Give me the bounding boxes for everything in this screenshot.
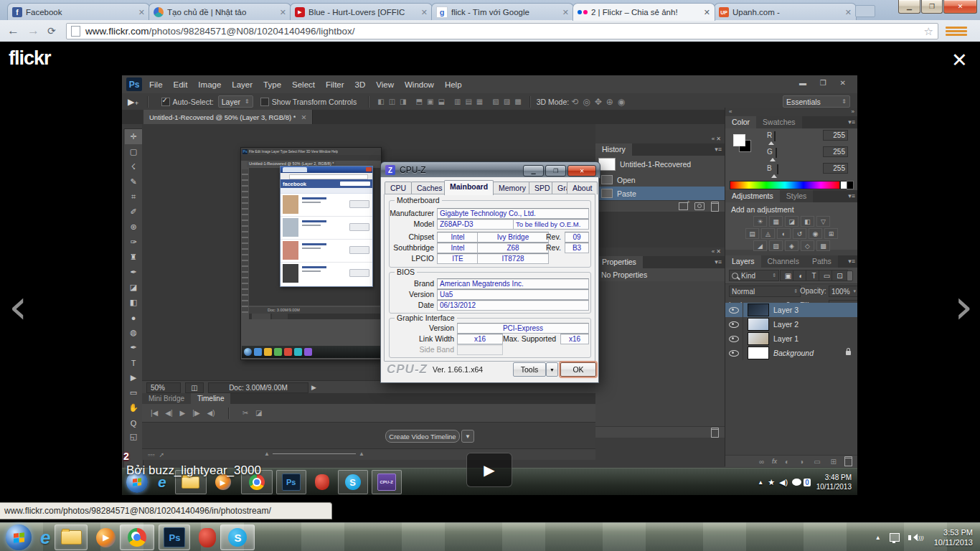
history-step-open[interactable]: Open	[595, 173, 725, 187]
ps-menu-filter[interactable]: Filter	[326, 80, 344, 89]
color-spectrum-bar[interactable]	[730, 181, 840, 189]
distribute-right-icon[interactable]: ▩	[514, 98, 521, 105]
ps-menu-window[interactable]: Window	[405, 80, 434, 89]
panel-menu-icon[interactable]: ▾≡	[848, 258, 855, 265]
layer-group-icon[interactable]: ▭	[814, 458, 820, 466]
cpuz-tab-mainboard[interactable]: Mainboard	[444, 180, 494, 195]
posterize-adjustment-icon[interactable]: ▨	[769, 240, 783, 251]
tray-show-hidden-icon[interactable]: ▲	[875, 534, 881, 541]
move-tool[interactable]: ✛	[125, 129, 142, 144]
layer-mask-icon[interactable]: ◐	[785, 458, 789, 466]
ps-menu-file[interactable]: File	[149, 80, 163, 89]
tab-close-icon[interactable]: ✕	[280, 9, 286, 17]
dodge-tool[interactable]: ◍	[125, 325, 142, 340]
type-tool[interactable]: T	[125, 355, 142, 370]
create-video-timeline-button[interactable]: Create Video Timeline	[385, 430, 460, 443]
styles-tab[interactable]: Styles	[780, 190, 814, 202]
delete-layer-icon[interactable]	[844, 456, 852, 466]
photo-filter-adjustment-icon[interactable]: ↺	[793, 228, 806, 239]
go-first-frame-icon[interactable]: |◀	[151, 409, 158, 417]
audio-mute-icon[interactable]: ◀)	[207, 409, 215, 417]
layers-tab[interactable]: Layers	[725, 255, 761, 268]
hand-tool[interactable]: ✋	[125, 400, 142, 415]
tab-youtube[interactable]: ▶ Blue - Hurt-Lovers [OFFIC ✕	[290, 3, 433, 21]
vibrance-adjustment-icon[interactable]: ▽	[816, 216, 830, 227]
properties-tab[interactable]: Properties	[595, 256, 643, 268]
ok-button[interactable]: OK	[560, 362, 596, 377]
document-size-info[interactable]: Doc: 3.00M/9.00M	[208, 382, 308, 393]
new-layer-icon[interactable]: ⊞	[831, 458, 837, 466]
tab-nhat-tao[interactable]: Tạo chủ đề | Nhật tảo ✕	[149, 3, 291, 21]
history-snapshot-row[interactable]: Untitled-1-Recovered	[595, 156, 725, 173]
align-center-h-icon[interactable]: ◫	[389, 98, 395, 105]
eyedropper-tool[interactable]: ✐	[125, 204, 142, 220]
show-transform-checkbox[interactable]	[260, 98, 269, 106]
channel-mixer-adjustment-icon[interactable]: ◉	[809, 228, 822, 239]
tab-close-icon[interactable]: ✕	[421, 9, 428, 17]
address-bar[interactable]: www.flickr.com /photos/98284571@N08/1020…	[66, 23, 938, 39]
adjustments-tab[interactable]: Adjustments	[725, 190, 780, 202]
hue-adjustment-icon[interactable]: ▤	[745, 228, 759, 239]
timeline-tab[interactable]: Timeline	[191, 393, 230, 404]
cpuz-maximize-button[interactable]: ❐	[545, 165, 566, 176]
taskbar-explorer-icon[interactable]	[55, 524, 88, 550]
auto-select-checkbox[interactable]	[161, 98, 170, 106]
ps-menu-type[interactable]: Type	[263, 80, 281, 89]
align-right-icon[interactable]: ◨	[400, 98, 406, 105]
gradient-tool[interactable]: ◧	[125, 295, 142, 310]
start-button[interactable]	[6, 524, 32, 550]
new-document-from-state-icon[interactable]	[679, 202, 688, 210]
status-flyout-arrow[interactable]: ▶	[311, 384, 316, 391]
ps-document-tab[interactable]: Untitled-1-Recovered @ 50% (Layer 3, RGB…	[143, 110, 313, 124]
zoom-level[interactable]: 50%	[146, 382, 181, 393]
ps-menu-3d[interactable]: 3D	[355, 80, 366, 89]
cpuz-minimize-button[interactable]: ▁	[523, 165, 544, 176]
layer-row-layer2[interactable]: Layer 2	[725, 317, 857, 332]
forward-icon[interactable]: →	[27, 20, 39, 42]
cpuz-tab-memory[interactable]: Memory	[493, 182, 532, 194]
tab-facebook[interactable]: f Facebook ✕	[7, 3, 150, 21]
back-icon[interactable]: ←	[7, 20, 19, 42]
next-photo-arrow[interactable]: ›	[954, 286, 973, 329]
auto-select-target-dropdown[interactable]: Layer⇕	[218, 95, 253, 108]
3d-drag-icon[interactable]: ✥	[595, 97, 602, 107]
marquee-tool[interactable]: ▢	[125, 144, 142, 159]
ps-menu-help[interactable]: Help	[445, 80, 462, 89]
adjustment-layer-icon[interactable]: ◑	[799, 458, 804, 466]
taskbar-ie-icon[interactable]: e	[40, 527, 50, 549]
split-clip-icon[interactable]: ✂	[242, 409, 248, 417]
link-layers-icon[interactable]: ∞	[759, 458, 764, 466]
taskbar-photoshop-icon[interactable]: Ps	[159, 524, 190, 550]
curves-adjustment-icon[interactable]: ◪	[785, 216, 798, 227]
brightness-adjustment-icon[interactable]: ☀	[753, 216, 767, 227]
history-step-paste-selected[interactable]: Paste	[595, 187, 725, 200]
visibility-toggle[interactable]	[725, 317, 743, 331]
bw-adjustment-icon[interactable]: ◐	[777, 228, 791, 239]
color-tab[interactable]: Color	[725, 116, 756, 128]
chrome-menu-button[interactable]	[946, 24, 967, 38]
prev-photo-arrow[interactable]: ‹	[9, 286, 27, 329]
ps-menu-view[interactable]: View	[376, 80, 394, 89]
distribute-mid-icon[interactable]: ▨	[504, 98, 510, 105]
distribute-h-icon[interactable]: ▥	[454, 98, 461, 105]
healing-brush-tool[interactable]: ⊛	[125, 220, 142, 235]
3d-rotate-icon[interactable]: ⟲	[571, 97, 578, 107]
photo-attribution[interactable]: Bởi buzz_lightyear_3000	[126, 463, 261, 478]
flickr-logo[interactable]: flickr	[9, 47, 51, 70]
render-icon[interactable]: ➚	[159, 451, 165, 458]
exposure-adjustment-icon[interactable]: ◧	[801, 216, 814, 227]
photo-photoshop-screenshot[interactable]: Ps File Edit Image Layer Type Select Fil…	[122, 75, 857, 495]
green-slider[interactable]	[776, 148, 777, 158]
timeline-zoom-slider[interactable]: ▲▲	[264, 451, 364, 456]
ps-menu-image[interactable]: Image	[198, 80, 221, 89]
taskbar-chrome-icon[interactable]	[120, 524, 154, 550]
visibility-toggle[interactable]	[725, 331, 743, 346]
ps-menu-select[interactable]: Select	[292, 80, 315, 89]
tools-button[interactable]: Tools	[513, 362, 546, 377]
swatches-tab[interactable]: Swatches	[756, 116, 802, 128]
ps-menu-edit[interactable]: Edit	[174, 80, 188, 89]
dock-collapse-bar[interactable]: «»	[725, 108, 857, 116]
selective-color-adjustment-icon[interactable]: ◇	[801, 240, 814, 251]
taskbar-unikey-icon[interactable]	[199, 528, 216, 547]
3d-camera-icon[interactable]: ◉	[618, 97, 625, 107]
